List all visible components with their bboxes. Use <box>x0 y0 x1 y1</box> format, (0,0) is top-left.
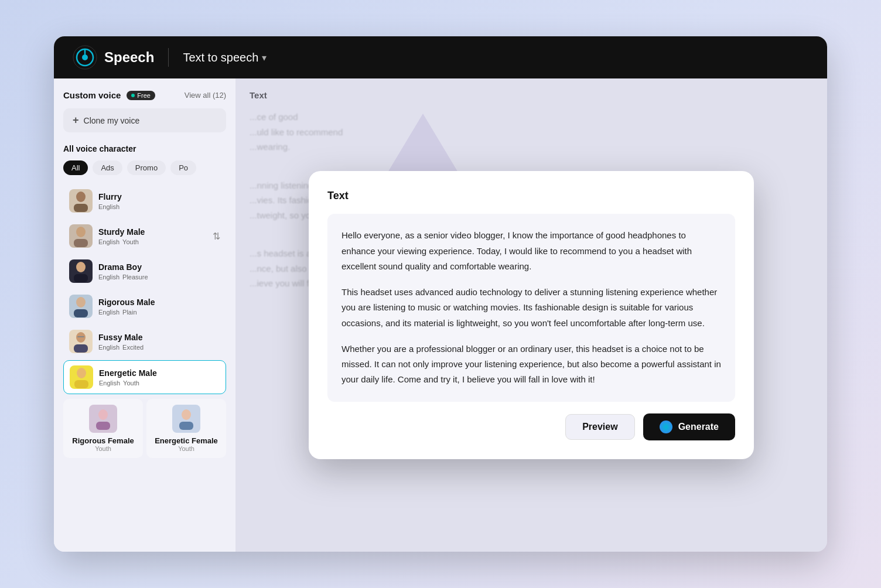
modal-paragraph-3: Whether you are a professional blogger o… <box>342 341 721 388</box>
voice-tag-rigorous-female: Youth <box>72 445 134 452</box>
voice-item-flurry[interactable]: Flurry English <box>63 184 226 217</box>
voice-info-fussy-male: Fussy Male English Excited <box>98 333 220 351</box>
free-badge-dot <box>131 94 135 97</box>
voice-avatar-rigorous-female <box>89 405 117 433</box>
voice-avatar-energetic-female <box>172 405 200 433</box>
voice-avatar-flurry <box>69 189 93 213</box>
bottom-voice-row: Rigorous Female Youth Energetic Female Y… <box>63 399 226 458</box>
custom-voice-header: Custom voice Free View all (12) <box>63 90 226 100</box>
voice-name-sturdy-male: Sturdy Male <box>98 227 207 237</box>
free-badge: Free <box>127 91 155 100</box>
voice-tags-flurry: English <box>98 203 220 210</box>
header-divider <box>168 48 169 67</box>
filter-tag-ads[interactable]: Ads <box>93 160 122 175</box>
svg-point-17 <box>98 409 108 420</box>
voice-tags-rigorous-male: English Plain <box>98 309 220 316</box>
voice-item-drama-boy[interactable]: Drama Boy English Pleasure <box>63 255 226 288</box>
voice-tag-energetic-female: Youth <box>155 445 218 452</box>
voice-name-rigorous-male: Rigorous Male <box>98 298 220 307</box>
svg-point-10 <box>76 297 86 307</box>
filter-tag-promo[interactable]: Promo <box>127 160 166 175</box>
all-voice-section-title: All voice character <box>63 144 226 153</box>
voice-item-energetic-female[interactable]: Energetic Female Youth <box>146 399 226 458</box>
svg-rect-14 <box>77 336 84 337</box>
voice-item-sturdy-male[interactable]: Sturdy Male English Youth ⇅ <box>63 220 226 252</box>
voice-name-drama-boy: Drama Boy <box>98 262 220 272</box>
voice-name-energetic-female: Energetic Female <box>155 436 218 445</box>
voice-tags-fussy-male: English Excited <box>98 344 220 351</box>
svg-rect-20 <box>179 422 193 430</box>
voice-tags-drama-boy: English Pleasure <box>98 274 220 281</box>
plus-icon: + <box>73 114 79 127</box>
view-all-link[interactable]: View all (12) <box>185 91 226 100</box>
svg-rect-11 <box>74 309 88 317</box>
voice-item-energetic-male[interactable]: Energetic Male English Youth <box>63 360 226 394</box>
clone-voice-label: Clone my voice <box>84 116 140 125</box>
app-logo-icon <box>73 45 97 70</box>
adjust-icon[interactable]: ⇅ <box>213 231 220 242</box>
text-modal: Text Hello everyone, as a senior video b… <box>309 171 754 459</box>
generate-button[interactable]: Generate <box>643 413 735 440</box>
svg-rect-9 <box>74 274 88 282</box>
modal-paragraph-1: Hello everyone, as a senior video blogge… <box>342 228 721 274</box>
voice-avatar-rigorous-male <box>69 295 93 318</box>
voice-item-fussy-male[interactable]: Fussy Male English Excited <box>63 325 226 358</box>
voice-info-drama-boy: Drama Boy English Pleasure <box>98 262 220 281</box>
clone-voice-button[interactable]: + Clone my voice <box>63 108 226 132</box>
voice-info-flurry: Flurry English <box>98 192 220 210</box>
svg-rect-16 <box>74 380 88 388</box>
filter-tags: All Ads Promo Po <box>63 160 226 175</box>
svg-point-6 <box>76 227 86 237</box>
voice-info-rigorous-male: Rigorous Male English Plain <box>98 298 220 316</box>
filter-tag-all[interactable]: All <box>63 160 88 175</box>
voice-avatar-fussy-male <box>69 330 93 353</box>
voice-item-rigorous-male[interactable]: Rigorous Male English Plain <box>63 290 226 323</box>
logo-area: Speech <box>73 45 154 70</box>
voice-list: Flurry English Sturdy Male English <box>63 184 226 394</box>
right-panel: Text ...ce of good...uld like to recomme… <box>235 78 827 552</box>
preview-button[interactable]: Preview <box>565 414 634 440</box>
svg-point-15 <box>77 368 86 378</box>
voice-info-sturdy-male: Sturdy Male English Youth <box>98 227 207 245</box>
modal-title: Text <box>327 190 735 202</box>
modal-paragraph-2: This headset uses advanced audio technol… <box>342 285 721 331</box>
generate-label: Generate <box>678 422 719 432</box>
svg-rect-13 <box>74 344 88 353</box>
main-content: Custom voice Free View all (12) + Clone … <box>54 78 827 552</box>
voice-tags-sturdy-male: English Youth <box>98 238 207 245</box>
svg-rect-7 <box>74 239 88 247</box>
chevron-down-icon: ▾ <box>262 52 267 63</box>
generate-icon <box>660 421 672 433</box>
app-logo-text: Speech <box>104 49 154 66</box>
app-header: Speech Text to speech ▾ <box>54 36 827 78</box>
custom-voice-title: Custom voice <box>63 90 121 100</box>
svg-rect-5 <box>74 204 88 212</box>
voice-item-rigorous-female[interactable]: Rigorous Female Youth <box>63 399 143 458</box>
svg-point-4 <box>76 192 86 202</box>
voice-tags-energetic-male: English Youth <box>99 380 220 387</box>
svg-point-19 <box>182 409 191 420</box>
voice-name-fussy-male: Fussy Male <box>98 333 220 342</box>
header-nav[interactable]: Text to speech ▾ <box>183 51 267 64</box>
modal-overlay: Text Hello everyone, as a senior video b… <box>235 78 827 552</box>
sidebar: Custom voice Free View all (12) + Clone … <box>54 78 235 552</box>
voice-avatar-energetic-male <box>70 365 93 389</box>
voice-name-flurry: Flurry <box>98 192 220 201</box>
header-nav-label: Text to speech <box>183 51 258 64</box>
voice-name-energetic-male: Energetic Male <box>99 368 220 378</box>
voice-avatar-sturdy-male <box>69 224 93 248</box>
voice-info-energetic-male: Energetic Male English Youth <box>99 368 220 387</box>
modal-actions: Preview Generate <box>327 413 735 440</box>
modal-text-area: Hello everyone, as a senior video blogge… <box>327 214 735 401</box>
voice-avatar-drama-boy <box>69 259 93 283</box>
filter-tag-po[interactable]: Po <box>170 160 196 175</box>
voice-name-rigorous-female: Rigorous Female <box>72 436 134 445</box>
svg-point-8 <box>76 262 86 272</box>
svg-rect-18 <box>96 422 110 430</box>
svg-point-2 <box>82 54 88 60</box>
